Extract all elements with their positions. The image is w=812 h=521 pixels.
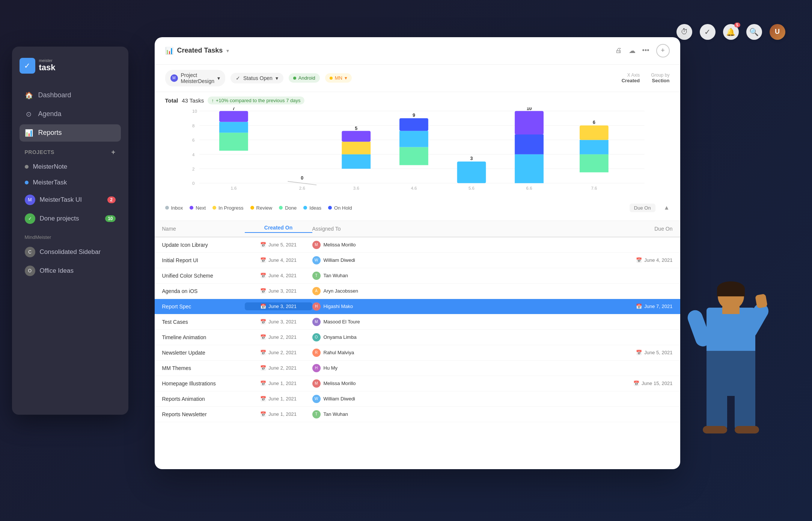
table-row[interactable]: Update Icon Library 📅June 5, 2021 MMelis… [155,237,680,253]
upload-icon[interactable]: ☁ [629,47,636,55]
print-icon[interactable]: 🖨 [615,47,622,54]
assignee-avatar: O [312,333,321,341]
table-row[interactable]: Agenda on iOS 📅June 3, 2021 AAryn Jacobs… [155,284,680,299]
svg-text:6.6: 6.6 [526,186,532,190]
dashboard-icon: 🏠 [25,91,33,100]
created-cell: 📅June 2, 2021 [245,365,312,371]
group-by-label: Group by Section [651,72,669,83]
task-name: Initial Report UI [162,257,245,263]
agenda-icon: ⊙ [25,110,33,118]
task-name: Report Spec [162,304,245,310]
legend-ideas: Ideas [303,205,321,211]
assignee-cell: TTan Wuhan [312,272,613,280]
task-name: Unified Color Scheme [162,273,245,279]
svg-rect-13 [219,122,248,133]
assignee-avatar: R [312,349,321,357]
report-title-chevron-icon[interactable]: ▾ [226,48,229,54]
sidebar-item-meistertask-ui[interactable]: M MeisterTask UI 2 [20,191,121,209]
calendar-icon: 📅 [260,411,266,417]
sidebar: ✓ meister task 🏠 Dashboard ⊙ Agenda 📊 Re… [12,47,128,415]
task-name: Homepage Illustrations [162,381,245,387]
created-cell: 📅June 1, 2021 [245,381,312,386]
assignee-avatar: W [312,395,321,403]
assignee-avatar: M [312,318,321,326]
task-name: Timeline Animation [162,334,245,340]
reports-label: Reports [38,129,62,137]
svg-text:10: 10 [526,107,532,111]
sidebar-item-meisternote[interactable]: MeisterNote [20,159,121,174]
assignee-avatar: A [312,287,321,295]
office-ideas-avatar: O [25,266,35,276]
assignee-avatar: M [312,241,321,249]
svg-rect-34 [515,134,544,154]
android-filter-chip[interactable]: Android [289,73,320,83]
status-filter[interactable]: ✓ Status Open ▾ [230,73,283,83]
project-filter-icon: M [170,74,178,82]
sidebar-item-meistertask[interactable]: MeisterTask [20,175,121,190]
table-row[interactable]: Homepage Illustrations 📅June 1, 2021 MMe… [155,376,680,391]
legend-next: Next [190,205,206,211]
table-row[interactable]: Initial Report UI 📅June 4, 2021 WWilliam… [155,253,680,268]
report-header: 📊 Created Tasks ▾ 🖨 ☁ ••• + [155,37,680,65]
total-label: Total [165,97,178,104]
sidebar-item-dashboard[interactable]: 🏠 Dashboard [20,87,121,104]
table-row[interactable]: Unified Color Scheme 📅June 4, 2021 TTan … [155,268,680,284]
table-row[interactable]: Newsletter Update 📅June 2, 2021 RRahul M… [155,345,680,361]
main-content: 📊 Created Tasks ▾ 🖨 ☁ ••• + M Project [80,17,800,505]
projects-header-label: PROJECTS [25,149,54,155]
agenda-label: Agenda [38,110,62,118]
svg-text:8: 8 [192,123,194,128]
created-cell: 📅June 3, 2021 [245,288,312,294]
svg-text:2: 2 [192,167,194,171]
due-cell: 📅June 7, 2021 [613,304,673,309]
table-row[interactable]: Reports Newsletter 📅June 1, 2021 TTan Wu… [155,407,680,422]
mindmeister-section-header: MindMeister [20,228,121,243]
more-icon[interactable]: ••• [642,47,649,54]
sidebar-item-agenda[interactable]: ⊙ Agenda [20,106,121,123]
assignee-avatar: W [312,256,321,264]
col-assigned-header: Assigned To [312,226,613,232]
svg-text:10: 10 [192,109,197,113]
table-row[interactable]: Timeline Animation 📅June 2, 2021 OOnyama… [155,330,680,345]
meistertask-dot [25,181,29,184]
table-row[interactable]: Test Cases 📅June 3, 2021 MMasood El Tour… [155,314,680,330]
table-row[interactable]: MM Themes 📅June 2, 2021 HHu My [155,361,680,376]
sort-expand-icon[interactable]: ▲ [664,204,670,211]
assignee-cell: AAryn Jacobssen [312,287,613,295]
svg-rect-26 [399,131,428,147]
svg-rect-39 [580,140,609,154]
svg-text:5.6: 5.6 [468,186,474,190]
created-cell: 📅June 4, 2021 [245,257,312,263]
svg-text:0: 0 [192,181,194,186]
add-button[interactable]: + [656,44,670,57]
calendar-icon: 📅 [633,381,639,386]
project-filter[interactable]: M Project MeisterDesign ▾ [165,70,225,86]
sidebar-item-reports[interactable]: 📊 Reports [20,124,121,142]
due-cell: 📅June 4, 2021 [613,257,673,263]
logo-meister-text: meister [39,59,56,63]
col-name-header: Name [162,226,245,232]
legend-review: Review [250,205,273,211]
report-chart-icon: 📊 [165,47,173,55]
col-created-header[interactable]: Created On [245,225,312,233]
calendar-icon: 📅 [260,304,266,309]
svg-text:7.6: 7.6 [591,186,597,190]
sidebar-item-consolidated-sidebar[interactable]: C Consolidated Sidebar [20,243,121,261]
task-table: Name Created On Assigned To Due On Updat… [155,220,680,422]
svg-text:0: 0 [301,175,303,181]
svg-rect-21 [342,142,371,154]
svg-text:6: 6 [192,138,194,142]
assignee-avatar: T [312,410,321,418]
table-row[interactable]: Reports Animation 📅June 1, 2021 WWilliam… [155,391,680,407]
mn-filter-chip[interactable]: MN ▾ [325,73,352,83]
reports-icon: 📊 [25,129,33,137]
mn-label: MN [335,75,342,81]
inprogress-dot [212,206,216,210]
sidebar-item-office-ideas[interactable]: O Office Ideas [20,262,121,280]
created-cell: 📅June 4, 2021 [245,273,312,278]
table-row-selected[interactable]: Report Spec 📅June 3, 2021 HHigashi Mako … [155,299,680,314]
assignee-avatar: H [312,364,321,372]
created-cell: 📅June 3, 2021 [245,319,312,325]
add-project-icon[interactable]: + [111,148,115,156]
sidebar-item-done-projects[interactable]: ✓ Done projects 10 [20,210,121,228]
